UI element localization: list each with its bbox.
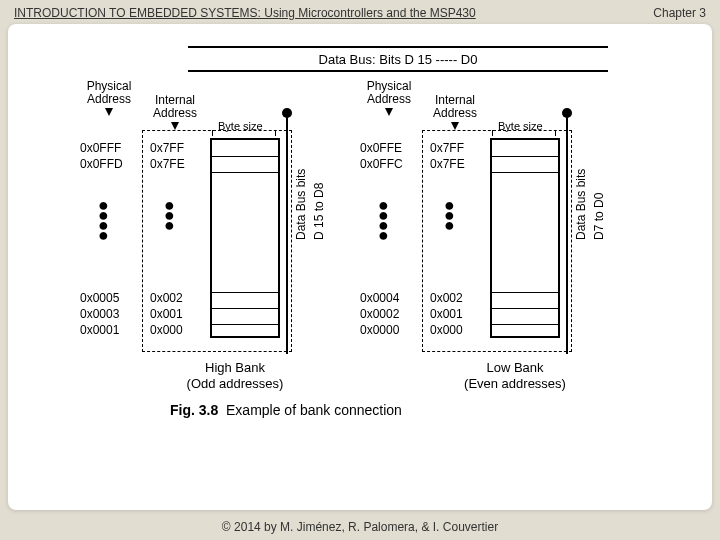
memory-block-high: [210, 138, 280, 338]
data-bus-header: Data Bus: Bits D 15 ----- D0: [188, 46, 608, 72]
arrow-down-icon: [385, 108, 393, 116]
int-addr-bot: 0x002 0x001 0x000: [430, 290, 480, 338]
book-title: INTRODUCTION TO EMBEDDED SYSTEMS: Using …: [14, 6, 476, 20]
internal-address-label: Internal Address: [428, 94, 482, 130]
bus-bits-label: Data Bus bits: [574, 169, 588, 240]
bank-title-low: Low Bank (Even addresses): [450, 360, 580, 391]
bus-connector: [566, 110, 568, 354]
low-bank: Physical Address Internal Address Byte s…: [360, 80, 630, 360]
page-header: INTRODUCTION TO EMBEDDED SYSTEMS: Using …: [0, 0, 720, 24]
bus-bits-label: Data Bus bits: [294, 169, 308, 240]
bank-title-high: High Bank (Odd addresses): [170, 360, 300, 391]
memory-block-low: [490, 138, 560, 338]
ellipsis-icon: ●●●●: [378, 200, 389, 240]
bus-bits-range: D 15 to D8: [312, 183, 326, 240]
phys-addr-bot: 0x0004 0x0002 0x0000: [360, 290, 418, 338]
int-addr-top: 0x7FF 0x7FE: [150, 140, 200, 172]
int-addr-top: 0x7FF 0x7FE: [430, 140, 480, 172]
arrow-down-icon: [171, 122, 179, 130]
ellipsis-icon: ●●●: [444, 200, 455, 230]
ellipsis-icon: ●●●: [164, 200, 175, 230]
phys-addr-top: 0x0FFE 0x0FFC: [360, 140, 418, 172]
bus-bits-range: D7 to D0: [592, 193, 606, 240]
phys-addr-bot: 0x0005 0x0003 0x0001: [80, 290, 138, 338]
int-addr-bot: 0x002 0x001 0x000: [150, 290, 200, 338]
slide-body: Data Bus: Bits D 15 ----- D0 Physical Ad…: [8, 24, 712, 510]
high-bank: Physical Address Internal Address Byte s…: [80, 80, 350, 360]
arrow-down-icon: [451, 122, 459, 130]
copyright-footer: © 2014 by M. Jiménez, R. Palomera, & I. …: [0, 520, 720, 534]
ellipsis-icon: ●●●●: [98, 200, 109, 240]
chapter-label: Chapter 3: [653, 6, 706, 20]
byte-bracket: [492, 130, 556, 136]
arrow-down-icon: [105, 108, 113, 116]
internal-address-label: Internal Address: [148, 94, 202, 130]
bus-connector: [286, 110, 288, 354]
physical-address-label: Physical Address: [80, 80, 138, 116]
phys-addr-top: 0x0FFF 0x0FFD: [80, 140, 138, 172]
figure-caption: Fig. 3.8 Example of bank connection: [170, 402, 402, 418]
figure-diagram: Data Bus: Bits D 15 ----- D0 Physical Ad…: [80, 42, 640, 422]
physical-address-label: Physical Address: [360, 80, 418, 116]
byte-bracket: [212, 130, 276, 136]
